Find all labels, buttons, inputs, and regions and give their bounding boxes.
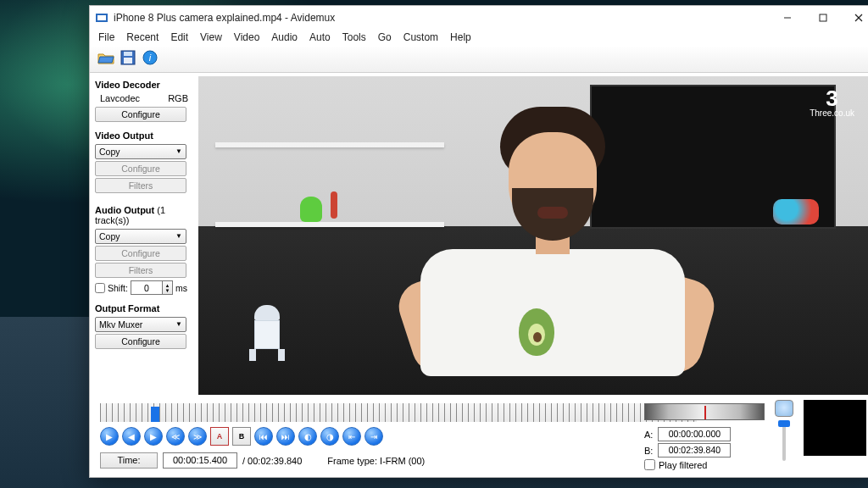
decoder-configure-button[interactable]: Configure [95, 107, 186, 122]
timeline-slider[interactable] [100, 403, 697, 422]
controller-prop [773, 199, 819, 225]
current-time-field[interactable]: 00:00:15.400 [163, 452, 237, 469]
window-title: iPhone 8 Plus camera explained.mp4 - Avi… [114, 12, 335, 24]
open-icon[interactable] [97, 48, 115, 67]
presenter [400, 107, 705, 369]
preview-scene: 3 Three.co.uk [198, 76, 868, 395]
play-filtered-label: Play filtered [659, 460, 707, 470]
audio-output-filters-button[interactable]: Filters [95, 263, 186, 278]
next-keyframe-button[interactable]: ⏭ [276, 427, 295, 446]
shift-stepper[interactable]: ▲▼ [163, 280, 173, 295]
menu-auto[interactable]: Auto [309, 31, 331, 43]
volume-slider[interactable] [782, 420, 786, 461]
audio-output-title-text: Audio Output [95, 205, 154, 215]
frame-type-label: Frame type: I-FRM (00) [327, 456, 425, 466]
video-decoder-title: Video Decoder [95, 80, 193, 90]
info-icon[interactable]: i [141, 48, 159, 67]
forward-button[interactable]: ≫ [188, 427, 207, 446]
decoder-colorspace: RGB [168, 93, 188, 103]
menu-go[interactable]: Go [378, 31, 392, 43]
time-button[interactable]: Time: [100, 452, 158, 469]
toy-prop [331, 191, 337, 219]
transport-controls: ▶ ◀ ▶ ≪ ≫ A B ⏮ ⏭ ◐ ◑ ⇤ ⇥ [100, 427, 425, 446]
menubar: File Recent Edit View Video Audio Auto T… [90, 30, 868, 47]
decoder-codec: Lavcodec [100, 93, 140, 103]
audio-output-combo[interactable]: Copy ▼ [95, 229, 186, 244]
play-button[interactable]: ▶ [100, 427, 119, 446]
svg-rect-3 [820, 14, 826, 21]
audio-output-title: Audio Output (1 track(s)) [95, 205, 193, 225]
volume-thumb[interactable] [778, 420, 790, 427]
vu-meter [804, 400, 866, 456]
toy-prop [300, 197, 322, 222]
marker-a-label: A: [644, 430, 653, 440]
brand-watermark: 3 Three.co.uk [810, 88, 854, 118]
avocado-graphic [519, 308, 554, 356]
audio-output-value: Copy [99, 230, 120, 243]
marker-a-field[interactable]: 00:00:00.000 [658, 427, 731, 441]
maximize-button[interactable] [805, 6, 841, 30]
prev-frame-button[interactable]: ◀ [122, 427, 141, 446]
menu-recent[interactable]: Recent [126, 31, 159, 43]
output-format-configure-button[interactable]: Configure [95, 334, 186, 349]
close-button[interactable] [841, 6, 868, 30]
app-window: iPhone 8 Plus camera explained.mp4 - Avi… [89, 5, 868, 478]
timeline-thumb[interactable] [151, 407, 159, 422]
chevron-down-icon: ▼ [175, 230, 182, 243]
play-filtered-checkbox[interactable] [644, 459, 655, 470]
prev-black-frame-button[interactable]: ◐ [298, 427, 317, 446]
next-black-frame-button[interactable]: ◑ [320, 427, 339, 446]
marker-b-label: B: [644, 446, 653, 456]
menu-video[interactable]: Video [234, 31, 259, 43]
set-marker-b-button[interactable]: B [232, 427, 251, 446]
video-output-filters-button[interactable]: Filters [95, 178, 186, 193]
save-icon[interactable] [119, 48, 137, 67]
set-marker-a-button[interactable]: A [210, 427, 229, 446]
jog-wheel[interactable] [644, 403, 765, 420]
prev-keyframe-button[interactable]: ⏮ [254, 427, 273, 446]
shift-label: Shift: [108, 283, 128, 293]
titlebar: iPhone 8 Plus camera explained.mp4 - Avi… [90, 6, 868, 30]
audio-output-configure-button[interactable]: Configure [95, 246, 186, 261]
brand-url-text: Three.co.uk [810, 108, 854, 118]
rewind-button[interactable]: ≪ [166, 427, 185, 446]
shift-checkbox[interactable] [95, 283, 105, 293]
shift-value-field[interactable]: 0 [131, 280, 163, 295]
video-output-combo[interactable]: Copy ▼ [95, 144, 186, 159]
sidebar: Video Decoder Lavcodec RGB Configure Vid… [90, 73, 198, 398]
chevron-down-icon: ▼ [175, 318, 182, 331]
menu-help[interactable]: Help [450, 31, 471, 43]
next-frame-button[interactable]: ▶ [144, 427, 163, 446]
menu-tools[interactable]: Tools [342, 31, 366, 43]
svg-rect-1 [97, 15, 106, 20]
output-format-value: Mkv Muxer [99, 318, 142, 331]
goto-end-button[interactable]: ⇥ [364, 427, 383, 446]
minimize-button[interactable] [770, 6, 805, 30]
app-icon [95, 11, 108, 25]
video-output-value: Copy [99, 145, 120, 158]
video-output-title: Video Output [95, 130, 193, 141]
goto-start-button[interactable]: ⇤ [342, 427, 361, 446]
menu-view[interactable]: View [200, 31, 222, 43]
marker-b-field[interactable]: 00:02:39.840 [658, 443, 731, 458]
video-output-configure-button[interactable]: Configure [95, 161, 186, 176]
output-format-combo[interactable]: Mkv Muxer ▼ [95, 317, 186, 332]
menu-custom[interactable]: Custom [403, 31, 438, 43]
volume-knob[interactable] [775, 400, 793, 417]
chevron-down-icon: ▼ [175, 145, 182, 158]
menu-audio[interactable]: Audio [271, 31, 298, 43]
brand-logo-text: 3 [810, 88, 854, 108]
toolbar: i [90, 47, 868, 73]
output-format-title: Output Format [95, 303, 193, 313]
svg-rect-8 [124, 58, 132, 64]
r2d2-prop [249, 305, 285, 361]
svg-rect-7 [124, 52, 132, 56]
total-time-label: / 00:02:39.840 [242, 456, 302, 466]
menu-file[interactable]: File [98, 31, 114, 43]
video-preview: 3 Three.co.uk [198, 76, 868, 395]
shift-unit: ms [175, 283, 187, 293]
menu-edit[interactable]: Edit [170, 31, 188, 43]
